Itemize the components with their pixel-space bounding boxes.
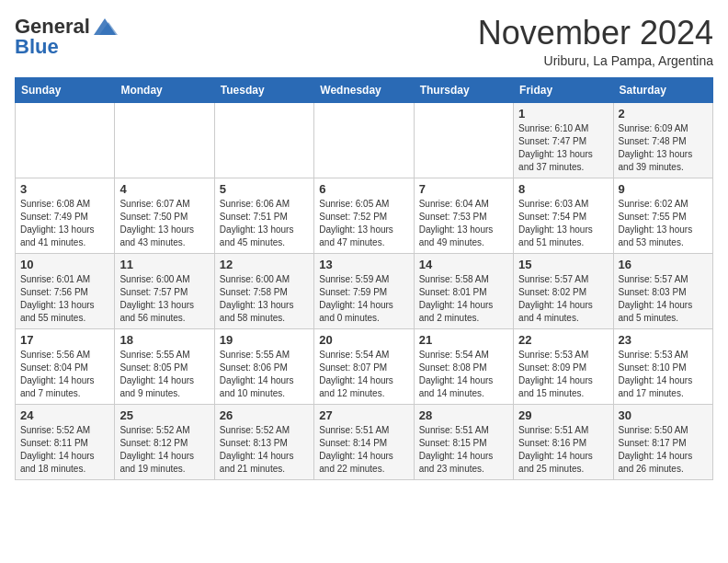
calendar-cell: 20Sunrise: 5:54 AMSunset: 8:07 PMDayligh…	[314, 328, 414, 404]
weekday-header: Thursday	[414, 77, 513, 102]
calendar-cell: 2Sunrise: 6:09 AMSunset: 7:48 PMDaylight…	[613, 102, 712, 178]
calendar-cell: 11Sunrise: 6:00 AMSunset: 7:57 PMDayligh…	[115, 253, 214, 328]
day-info: Sunrise: 6:00 AMSunset: 7:58 PMDaylight:…	[220, 273, 309, 325]
weekday-header-row: SundayMondayTuesdayWednesdayThursdayFrid…	[16, 77, 713, 102]
calendar-cell: 30Sunrise: 5:50 AMSunset: 8:17 PMDayligh…	[613, 404, 712, 479]
day-info: Sunrise: 5:50 AMSunset: 8:17 PMDaylight:…	[619, 424, 708, 476]
calendar-cell: 12Sunrise: 6:00 AMSunset: 7:58 PMDayligh…	[214, 253, 313, 328]
calendar-cell: 27Sunrise: 5:51 AMSunset: 8:14 PMDayligh…	[314, 404, 414, 479]
calendar-cell	[314, 102, 414, 178]
logo-blue: Blue	[15, 35, 59, 58]
calendar-cell: 19Sunrise: 5:55 AMSunset: 8:06 PMDayligh…	[214, 328, 313, 404]
day-info: Sunrise: 5:51 AMSunset: 8:16 PMDaylight:…	[518, 424, 608, 476]
logo: General Blue	[15, 15, 118, 59]
day-info: Sunrise: 5:54 AMSunset: 8:08 PMDaylight:…	[419, 349, 508, 400]
day-number: 19	[220, 333, 309, 347]
calendar-cell: 7Sunrise: 6:04 AMSunset: 7:53 PMDaylight…	[414, 178, 513, 253]
day-info: Sunrise: 5:52 AMSunset: 8:12 PMDaylight:…	[119, 424, 209, 476]
day-number: 3	[20, 182, 109, 196]
weekday-header: Tuesday	[214, 77, 313, 102]
weekday-header: Saturday	[613, 77, 712, 102]
day-number: 23	[619, 333, 708, 347]
day-number: 9	[619, 182, 708, 196]
weekday-header: Friday	[514, 77, 613, 102]
calendar-cell: 9Sunrise: 6:02 AMSunset: 7:55 PMDaylight…	[613, 178, 712, 253]
day-info: Sunrise: 5:57 AMSunset: 8:02 PMDaylight:…	[518, 273, 608, 325]
day-number: 26	[220, 408, 309, 422]
day-number: 1	[518, 107, 608, 121]
day-number: 12	[220, 258, 309, 271]
day-info: Sunrise: 5:55 AMSunset: 8:05 PMDaylight:…	[119, 349, 209, 400]
location: Uriburu, La Pampa, Argentina	[478, 53, 713, 68]
calendar-week-row: 17Sunrise: 5:56 AMSunset: 8:04 PMDayligh…	[16, 328, 713, 404]
calendar-cell	[214, 102, 313, 178]
day-number: 25	[119, 408, 209, 422]
day-info: Sunrise: 6:02 AMSunset: 7:55 PMDaylight:…	[619, 198, 708, 249]
day-info: Sunrise: 6:08 AMSunset: 7:49 PMDaylight:…	[20, 198, 109, 249]
day-info: Sunrise: 5:52 AMSunset: 8:13 PMDaylight:…	[220, 424, 309, 476]
weekday-header: Sunday	[16, 77, 115, 102]
day-info: Sunrise: 5:53 AMSunset: 8:09 PMDaylight:…	[518, 349, 608, 400]
day-number: 5	[220, 182, 309, 196]
day-info: Sunrise: 6:01 AMSunset: 7:56 PMDaylight:…	[20, 273, 109, 325]
day-info: Sunrise: 6:04 AMSunset: 7:53 PMDaylight:…	[419, 198, 508, 249]
calendar-week-row: 10Sunrise: 6:01 AMSunset: 7:56 PMDayligh…	[16, 253, 713, 328]
day-info: Sunrise: 5:59 AMSunset: 7:59 PMDaylight:…	[319, 273, 408, 325]
day-info: Sunrise: 5:51 AMSunset: 8:15 PMDaylight:…	[419, 424, 508, 476]
calendar-cell: 5Sunrise: 6:06 AMSunset: 7:51 PMDaylight…	[214, 178, 313, 253]
title-block: November 2024 Uriburu, La Pampa, Argenti…	[478, 15, 713, 68]
calendar-cell: 23Sunrise: 5:53 AMSunset: 8:10 PMDayligh…	[613, 328, 712, 404]
calendar-cell: 22Sunrise: 5:53 AMSunset: 8:09 PMDayligh…	[514, 328, 613, 404]
calendar-cell: 21Sunrise: 5:54 AMSunset: 8:08 PMDayligh…	[414, 328, 513, 404]
calendar-cell: 1Sunrise: 6:10 AMSunset: 7:47 PMDaylight…	[514, 102, 613, 178]
day-number: 30	[619, 408, 708, 422]
day-number: 6	[319, 182, 408, 196]
day-number: 15	[518, 258, 608, 271]
day-number: 16	[619, 258, 708, 271]
calendar-cell: 3Sunrise: 6:08 AMSunset: 7:49 PMDaylight…	[16, 178, 115, 253]
calendar-cell	[16, 102, 115, 178]
day-number: 4	[119, 182, 209, 196]
day-number: 21	[419, 333, 508, 347]
day-number: 29	[518, 408, 608, 422]
day-number: 8	[518, 182, 608, 196]
day-info: Sunrise: 5:58 AMSunset: 8:01 PMDaylight:…	[419, 273, 508, 325]
day-number: 24	[20, 408, 109, 422]
calendar-cell: 29Sunrise: 5:51 AMSunset: 8:16 PMDayligh…	[514, 404, 613, 479]
calendar-cell: 6Sunrise: 6:05 AMSunset: 7:52 PMDaylight…	[314, 178, 414, 253]
day-number: 13	[319, 258, 408, 271]
weekday-header: Wednesday	[314, 77, 414, 102]
logo-icon	[92, 17, 118, 37]
day-number: 14	[419, 258, 508, 271]
page-header: General Blue November 2024 Uriburu, La P…	[15, 15, 713, 68]
day-info: Sunrise: 6:05 AMSunset: 7:52 PMDaylight:…	[319, 198, 408, 249]
day-info: Sunrise: 6:07 AMSunset: 7:50 PMDaylight:…	[119, 198, 209, 249]
day-info: Sunrise: 6:03 AMSunset: 7:54 PMDaylight:…	[518, 198, 608, 249]
calendar-cell: 24Sunrise: 5:52 AMSunset: 8:11 PMDayligh…	[16, 404, 115, 479]
day-info: Sunrise: 5:54 AMSunset: 8:07 PMDaylight:…	[319, 349, 408, 400]
month-title: November 2024	[478, 15, 713, 52]
calendar-week-row: 1Sunrise: 6:10 AMSunset: 7:47 PMDaylight…	[16, 102, 713, 178]
day-info: Sunrise: 5:51 AMSunset: 8:14 PMDaylight:…	[319, 424, 408, 476]
day-number: 28	[419, 408, 508, 422]
day-number: 18	[119, 333, 209, 347]
calendar-cell: 15Sunrise: 5:57 AMSunset: 8:02 PMDayligh…	[514, 253, 613, 328]
calendar-cell: 17Sunrise: 5:56 AMSunset: 8:04 PMDayligh…	[16, 328, 115, 404]
calendar-week-row: 24Sunrise: 5:52 AMSunset: 8:11 PMDayligh…	[16, 404, 713, 479]
day-info: Sunrise: 6:06 AMSunset: 7:51 PMDaylight:…	[220, 198, 309, 249]
day-number: 2	[619, 107, 708, 121]
day-info: Sunrise: 5:56 AMSunset: 8:04 PMDaylight:…	[20, 349, 109, 400]
day-info: Sunrise: 5:52 AMSunset: 8:11 PMDaylight:…	[20, 424, 109, 476]
calendar-cell: 8Sunrise: 6:03 AMSunset: 7:54 PMDaylight…	[514, 178, 613, 253]
calendar-cell: 28Sunrise: 5:51 AMSunset: 8:15 PMDayligh…	[414, 404, 513, 479]
calendar-cell: 13Sunrise: 5:59 AMSunset: 7:59 PMDayligh…	[314, 253, 414, 328]
calendar-cell	[115, 102, 214, 178]
day-number: 27	[319, 408, 408, 422]
day-info: Sunrise: 5:53 AMSunset: 8:10 PMDaylight:…	[619, 349, 708, 400]
day-info: Sunrise: 6:09 AMSunset: 7:48 PMDaylight:…	[619, 122, 708, 174]
day-info: Sunrise: 5:55 AMSunset: 8:06 PMDaylight:…	[220, 349, 309, 400]
calendar-cell: 14Sunrise: 5:58 AMSunset: 8:01 PMDayligh…	[414, 253, 513, 328]
day-info: Sunrise: 6:00 AMSunset: 7:57 PMDaylight:…	[119, 273, 209, 325]
day-number: 20	[319, 333, 408, 347]
calendar-cell: 10Sunrise: 6:01 AMSunset: 7:56 PMDayligh…	[16, 253, 115, 328]
